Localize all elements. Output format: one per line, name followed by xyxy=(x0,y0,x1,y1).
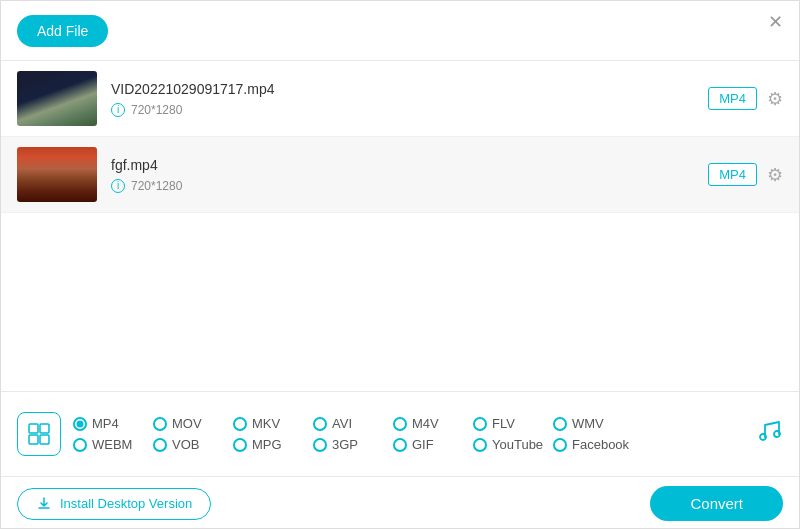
format-option-facebook[interactable]: Facebook xyxy=(553,437,633,452)
header: Add File ✕ xyxy=(1,1,799,61)
format-option-youtube[interactable]: YouTube xyxy=(473,437,553,452)
format-label-webm: WEBM xyxy=(92,437,132,452)
radio-mkv[interactable] xyxy=(233,417,247,431)
radio-mov[interactable] xyxy=(153,417,167,431)
file-list: VID20221029091717.mp4 i 720*1280 MP4 ⚙ f… xyxy=(1,61,799,213)
format-label-m4v: M4V xyxy=(412,416,439,431)
file-actions: MP4 ⚙ xyxy=(708,87,783,110)
svg-rect-1 xyxy=(40,424,49,433)
settings-button[interactable]: ⚙ xyxy=(767,164,783,186)
format-label-gif: GIF xyxy=(412,437,434,452)
radio-wmv[interactable] xyxy=(553,417,567,431)
format-label-3gp: 3GP xyxy=(332,437,358,452)
file-resolution: 720*1280 xyxy=(131,179,182,193)
radio-flv[interactable] xyxy=(473,417,487,431)
format-option-vob[interactable]: VOB xyxy=(153,437,233,452)
format-bar: MP4 MOV MKV AVI M4V FLV xyxy=(1,391,799,476)
file-thumbnail xyxy=(17,147,97,202)
file-item: fgf.mp4 i 720*1280 MP4 ⚙ xyxy=(1,137,799,213)
info-icon[interactable]: i xyxy=(111,179,125,193)
file-thumbnail xyxy=(17,71,97,126)
thumbnail-image xyxy=(17,147,97,202)
radio-youtube[interactable] xyxy=(473,438,487,452)
format-option-wmv[interactable]: WMV xyxy=(553,416,633,431)
format-label-mp4: MP4 xyxy=(92,416,119,431)
info-icon[interactable]: i xyxy=(111,103,125,117)
format-badge[interactable]: MP4 xyxy=(708,163,757,186)
install-button[interactable]: Install Desktop Version xyxy=(17,488,211,520)
format-label-mkv: MKV xyxy=(252,416,280,431)
file-item: VID20221029091717.mp4 i 720*1280 MP4 ⚙ xyxy=(1,61,799,137)
format-option-flv[interactable]: FLV xyxy=(473,416,553,431)
download-icon xyxy=(36,496,52,512)
radio-mpg[interactable] xyxy=(233,438,247,452)
install-label: Install Desktop Version xyxy=(60,496,192,511)
format-label-vob: VOB xyxy=(172,437,199,452)
format-label-youtube: YouTube xyxy=(492,437,543,452)
file-info: fgf.mp4 i 720*1280 xyxy=(111,157,708,193)
format-label-wmv: WMV xyxy=(572,416,604,431)
add-file-button[interactable]: Add File xyxy=(17,15,108,47)
format-options-container: MP4 MOV MKV AVI M4V FLV xyxy=(73,416,743,452)
format-label-mov: MOV xyxy=(172,416,202,431)
close-button[interactable]: ✕ xyxy=(768,13,783,31)
svg-rect-0 xyxy=(29,424,38,433)
format-option-m4v[interactable]: M4V xyxy=(393,416,473,431)
format-option-mkv[interactable]: MKV xyxy=(233,416,313,431)
format-row-2: WEBM VOB MPG 3GP GIF YouTube xyxy=(73,437,743,452)
file-actions: MP4 ⚙ xyxy=(708,163,783,186)
format-option-mp4[interactable]: MP4 xyxy=(73,416,153,431)
footer: Install Desktop Version Convert xyxy=(1,476,799,529)
format-option-mpg[interactable]: MPG xyxy=(233,437,313,452)
radio-m4v[interactable] xyxy=(393,417,407,431)
music-icon xyxy=(755,417,783,451)
svg-rect-2 xyxy=(29,435,38,444)
format-label-facebook: Facebook xyxy=(572,437,629,452)
svg-rect-3 xyxy=(40,435,49,444)
radio-vob[interactable] xyxy=(153,438,167,452)
format-row-1: MP4 MOV MKV AVI M4V FLV xyxy=(73,416,743,431)
thumbnail-image xyxy=(17,71,97,126)
format-label-mpg: MPG xyxy=(252,437,282,452)
convert-button[interactable]: Convert xyxy=(650,486,783,521)
radio-facebook[interactable] xyxy=(553,438,567,452)
video-format-icon xyxy=(17,412,61,456)
file-info: VID20221029091717.mp4 i 720*1280 xyxy=(111,81,708,117)
radio-mp4[interactable] xyxy=(73,417,87,431)
file-meta: i 720*1280 xyxy=(111,103,708,117)
file-meta: i 720*1280 xyxy=(111,179,708,193)
file-name: VID20221029091717.mp4 xyxy=(111,81,708,97)
format-label-avi: AVI xyxy=(332,416,352,431)
format-option-webm[interactable]: WEBM xyxy=(73,437,153,452)
radio-3gp[interactable] xyxy=(313,438,327,452)
format-label-flv: FLV xyxy=(492,416,515,431)
format-option-mov[interactable]: MOV xyxy=(153,416,233,431)
radio-webm[interactable] xyxy=(73,438,87,452)
main-content: VID20221029091717.mp4 i 720*1280 MP4 ⚙ f… xyxy=(1,61,799,391)
format-option-gif[interactable]: GIF xyxy=(393,437,473,452)
format-option-avi[interactable]: AVI xyxy=(313,416,393,431)
radio-avi[interactable] xyxy=(313,417,327,431)
settings-button[interactable]: ⚙ xyxy=(767,88,783,110)
file-name: fgf.mp4 xyxy=(111,157,708,173)
file-resolution: 720*1280 xyxy=(131,103,182,117)
format-option-3gp[interactable]: 3GP xyxy=(313,437,393,452)
format-badge[interactable]: MP4 xyxy=(708,87,757,110)
radio-gif[interactable] xyxy=(393,438,407,452)
